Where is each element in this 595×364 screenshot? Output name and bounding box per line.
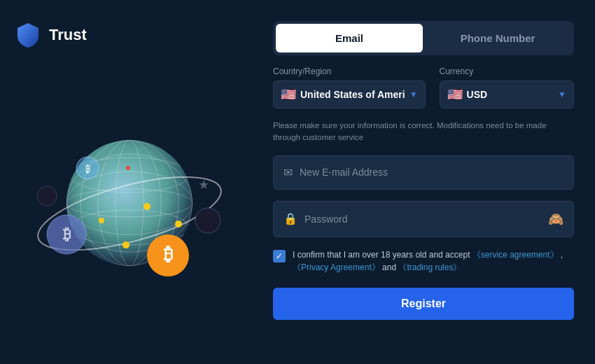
password-input-field: 🔒 🙈 (273, 201, 574, 237)
logo-area: Trust (14, 21, 245, 49)
checkmark-icon: ✓ (276, 251, 283, 261)
comma-text: , (559, 250, 564, 260)
globe-illustration: ₿ ₿ ₿ ★ (31, 105, 227, 301)
logo-text: Trust (49, 26, 87, 44)
register-button[interactable]: Register (273, 288, 574, 320)
country-select[interactable]: 🇺🇸 United States of Ameri ▼ (273, 80, 426, 108)
tab-switcher: Email Phone Number (273, 21, 574, 55)
svg-text:★: ★ (198, 178, 209, 192)
privacy-agreement-link[interactable]: 《Privacy Agreement》 (293, 262, 380, 272)
country-chevron-icon: ▼ (410, 90, 418, 99)
currency-label: Currency (440, 66, 574, 76)
notice-text: Please make sure your information is cor… (273, 120, 574, 144)
currency-value: USD (467, 89, 554, 100)
phone-tab[interactable]: Phone Number (424, 24, 571, 52)
country-flag: 🇺🇸 (281, 87, 296, 102)
svg-text:₿: ₿ (63, 225, 71, 243)
svg-point-19 (122, 241, 130, 248)
selects-row: Country/Region 🇺🇸 United States of Ameri… (273, 66, 574, 108)
country-group: Country/Region 🇺🇸 United States of Ameri… (273, 66, 426, 108)
svg-point-21 (126, 166, 130, 170)
email-tab[interactable]: Email (276, 24, 423, 52)
country-value: United States of Ameri (300, 89, 405, 100)
left-panel: Trust (0, 0, 259, 364)
currency-chevron-icon: ▼ (558, 90, 566, 99)
service-agreement-link[interactable]: 《service agreement》 (472, 250, 559, 260)
lock-icon: 🔒 (284, 212, 298, 225)
agreement-row: ✓ I confirm that I am over 18 years old … (273, 248, 574, 274)
svg-point-18 (175, 220, 182, 227)
and-text: and (380, 262, 396, 272)
email-input-field: ✉ (273, 155, 574, 190)
email-icon: ✉ (284, 166, 293, 179)
agreement-text: I confirm that I am over 18 years old an… (293, 248, 574, 274)
agreement-text-before: I confirm that I am over 18 years old an… (293, 250, 470, 260)
trading-rules-link[interactable]: 《trading rules》 (398, 262, 461, 272)
currency-select[interactable]: 🇺🇸 USD ▼ (440, 80, 574, 108)
logo-icon (14, 21, 42, 49)
globe-area: ₿ ₿ ₿ ★ (14, 63, 245, 343)
right-panel: Email Phone Number Country/Region 🇺🇸 Uni… (259, 0, 595, 364)
country-label: Country/Region (273, 66, 426, 76)
svg-point-24 (37, 186, 57, 206)
eye-off-icon[interactable]: 🙈 (548, 211, 564, 227)
svg-point-17 (144, 203, 150, 210)
svg-point-23 (195, 208, 220, 233)
currency-flag: 🇺🇸 (447, 87, 463, 102)
agreement-checkbox[interactable]: ✓ (273, 250, 286, 262)
svg-point-20 (99, 218, 104, 223)
svg-text:₿: ₿ (164, 244, 173, 265)
svg-text:₿: ₿ (85, 164, 90, 174)
currency-group: Currency 🇺🇸 USD ▼ (440, 66, 574, 108)
password-input[interactable] (304, 214, 541, 225)
email-input[interactable] (300, 167, 564, 178)
